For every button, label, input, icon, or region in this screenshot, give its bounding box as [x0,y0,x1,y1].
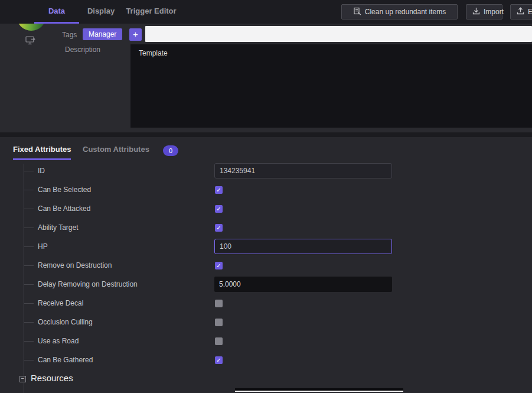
attr-row-can-be-attacked: Can Be Attacked [0,199,532,218]
custom-attributes-count-badge: 0 [163,145,178,156]
attr-row-can-be-selected: Can Be Selected [0,180,532,199]
delay-removing-input[interactable] [214,277,392,292]
attr-label: Can Be Selected [38,180,91,199]
use-as-road-checkbox[interactable] [215,337,223,345]
unit-editor-window: Data Display Trigger Editor Clean up red… [0,0,532,393]
attr-label: Use as Road [38,332,79,350]
import-button[interactable]: Import [466,4,502,20]
import-icon [472,7,480,17]
attr-label: Ability Target [38,218,78,237]
tag-manager-chip[interactable]: Manager [83,28,122,40]
tree-stub [24,265,34,266]
attr-label: ID [38,161,45,180]
attr-row-hp: HP [0,237,532,256]
tab-display[interactable]: Display [81,0,120,24]
can-be-gathered-checkbox[interactable] [215,356,223,364]
attr-row-id: ID [0,161,532,180]
tree-stub [24,303,34,304]
attr-row-occlusion-culling: Occlusion Culling [0,313,532,332]
attr-label: HP [38,237,48,256]
attr-row-delay-removing: Delay Removing on Destruction [0,275,532,294]
export-button[interactable]: Export [510,4,532,20]
resources-collapse-toggle[interactable]: − [19,376,26,382]
attr-row-can-be-gathered: Can Be Gathered [0,350,532,369]
clean-icon [353,7,361,17]
description-textarea[interactable]: Template [130,44,532,128]
tree-stub [24,228,34,228]
can-be-attacked-checkbox[interactable] [215,205,223,213]
resources-group-label: Resources [31,373,73,383]
clean-up-label: Clean up redundant items [365,8,446,16]
attr-row-ability-target: Ability Target [0,218,532,237]
can-be-selected-checkbox[interactable] [215,186,223,194]
tree-stub [24,209,34,209]
attr-label: Receive Decal [38,294,83,313]
header-bar: Data Display Trigger Editor Clean up red… [0,0,532,24]
tab-fixed-attributes[interactable]: Fixed Attributes [13,145,71,160]
resources-value-input[interactable] [235,388,403,392]
tree-stub [24,284,34,285]
tree-stub [24,360,34,360]
export-label: Export [528,8,532,16]
screen-share-icon[interactable] [25,35,36,47]
tab-trigger-editor[interactable]: Trigger Editor [120,0,182,24]
tree-stub [24,341,34,342]
tab-data[interactable]: Data [34,0,79,24]
attr-label: Remove on Destruction [38,256,112,275]
receive-decal-checkbox[interactable] [215,300,223,307]
hp-input[interactable] [214,239,392,254]
attr-label: Can Be Attacked [38,199,90,218]
attr-row-remove-on-destruction: Remove on Destruction [0,256,532,275]
remove-on-destruction-checkbox[interactable] [215,262,223,269]
tree-stub [24,322,34,323]
tree-line [24,383,24,393]
export-icon [517,7,524,17]
attr-label: Delay Removing on Destruction [38,275,138,294]
description-label: Description [65,46,100,54]
tree-stub [24,171,34,171]
name-input[interactable] [145,26,532,42]
section-divider [0,132,532,137]
attr-label: Can Be Gathered [38,350,93,369]
tree-stub [24,246,34,247]
occlusion-culling-checkbox[interactable] [215,319,223,326]
clean-up-button[interactable]: Clean up redundant items [341,4,458,20]
attr-row-use-as-road: Use as Road [0,332,532,350]
attr-row-receive-decal: Receive Decal [0,294,532,313]
id-input[interactable] [214,163,392,178]
tree-stub [24,190,34,190]
tab-custom-attributes[interactable]: Custom Attributes [83,145,149,160]
add-tag-button[interactable]: + [129,28,142,41]
ability-target-checkbox[interactable] [215,224,223,232]
import-label: Import [484,8,504,16]
tags-label: Tags [62,31,77,39]
attr-label: Occlusion Culling [38,313,93,332]
